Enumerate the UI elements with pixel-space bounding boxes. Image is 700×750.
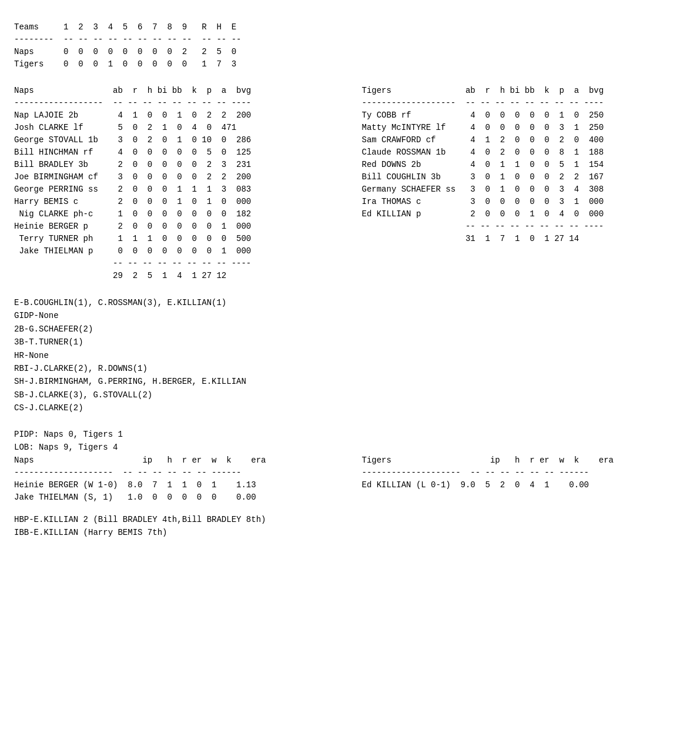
tigers-pitching-content: Tigers ip h r er w k era ---------------… xyxy=(362,454,686,491)
footer-notes-content: HBP-E.KILLIAN 2 (Bill BRADLEY 4th,Bill B… xyxy=(14,513,686,540)
naps-batting-table: Naps ab r h bi bb k p a bvg ------------… xyxy=(14,85,339,282)
naps-pitching-content: Naps ip h r er w k era -----------------… xyxy=(14,454,339,504)
game-notes: E-B.COUGHLIN(1), C.ROSSMAN(3), E.KILLIAN… xyxy=(14,296,686,454)
tigers-batting-table: Tigers ab r h bi bb k p a bvg ----------… xyxy=(362,85,686,282)
line-score-content: Teams 1 2 3 4 5 6 7 8 9 R H E -------- -… xyxy=(14,21,686,71)
naps-batting-content: Naps ab r h bi bb k p a bvg ------------… xyxy=(14,85,339,282)
tigers-pitching-table: Tigers ip h r er w k era ---------------… xyxy=(362,454,686,504)
footer-notes: HBP-E.KILLIAN 2 (Bill BRADLEY 4th,Bill B… xyxy=(14,513,686,540)
pitching-section: Naps ip h r er w k era -----------------… xyxy=(14,454,686,504)
box-score-section: Naps ab r h bi bb k p a bvg ------------… xyxy=(14,85,686,282)
naps-pitching-table: Naps ip h r er w k era -----------------… xyxy=(14,454,339,504)
line-score-table: Teams 1 2 3 4 5 6 7 8 9 R H E -------- -… xyxy=(14,21,686,71)
notes-content: E-B.COUGHLIN(1), C.ROSSMAN(3), E.KILLIAN… xyxy=(14,296,686,454)
tigers-batting-content: Tigers ab r h bi bb k p a bvg ----------… xyxy=(362,85,686,245)
